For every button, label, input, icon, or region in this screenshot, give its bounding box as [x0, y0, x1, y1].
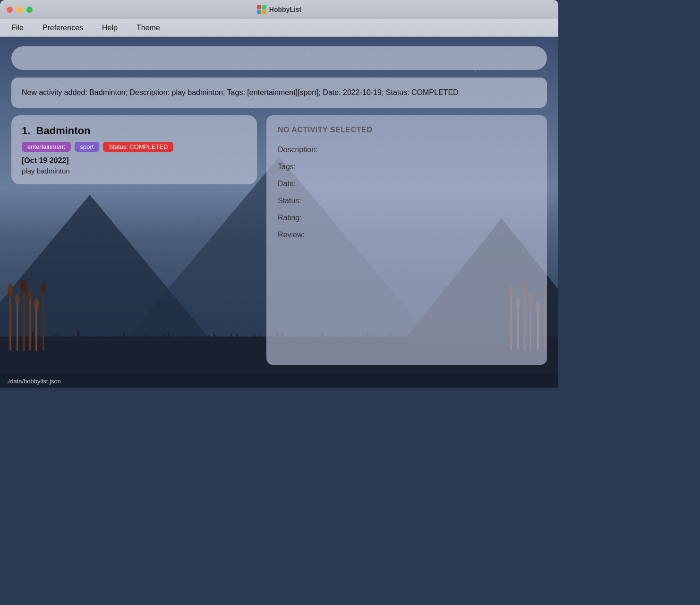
menubar: File Preferences Help Theme — [0, 19, 558, 37]
detail-review: Review: — [278, 231, 536, 239]
search-input[interactable] — [11, 46, 547, 70]
detail-panel: NO ACTIVITY SELECTED Description: Tags: … — [266, 115, 547, 365]
detail-rating: Rating: — [278, 214, 536, 222]
close-button[interactable] — [7, 7, 13, 13]
main-panel: 1. Badminton entertainment sport Status:… — [11, 115, 547, 365]
detail-tags: Tags: — [278, 163, 536, 171]
app-icon — [257, 5, 266, 14]
menu-preferences[interactable]: Preferences — [39, 22, 87, 34]
activity-list: 1. Badminton entertainment sport Status:… — [11, 115, 257, 365]
menu-theme[interactable]: Theme — [133, 22, 164, 34]
detail-description: Description: — [278, 146, 536, 154]
menu-help[interactable]: Help — [98, 22, 121, 34]
activity-description: play badminton — [22, 167, 247, 175]
notification-text: New activity added: Badminton; Descripti… — [22, 88, 459, 96]
window-controls — [7, 7, 33, 13]
detail-date: Date: — [278, 180, 536, 188]
minimize-button[interactable] — [17, 7, 23, 13]
menu-file[interactable]: File — [8, 22, 27, 34]
statusbar: ./data/hobbylist.json — [0, 374, 558, 388]
activity-tags: entertainment sport Status: COMPLETED — [22, 142, 247, 152]
notification-box: New activity added: Badminton; Descripti… — [11, 78, 547, 108]
activity-date: [Oct 19 2022] — [22, 156, 247, 165]
tag-sport: sport — [75, 142, 100, 152]
detail-status: Status: — [278, 197, 536, 205]
search-bar[interactable] — [11, 46, 547, 70]
activity-title: 1. Badminton — [22, 125, 247, 137]
statusbar-path: ./data/hobbylist.json — [7, 378, 61, 385]
window-title: HobbyList — [257, 5, 301, 14]
tag-entertainment: entertainment — [22, 142, 71, 152]
activity-card[interactable]: 1. Badminton entertainment sport Status:… — [11, 115, 257, 184]
content-area: New activity added: Badminton; Descripti… — [0, 37, 558, 374]
tag-status-completed: Status: COMPLETED — [103, 142, 173, 152]
maximize-button[interactable] — [26, 7, 33, 13]
no-selection-label: NO ACTIVITY SELECTED — [278, 126, 536, 134]
titlebar: HobbyList — [0, 0, 558, 19]
